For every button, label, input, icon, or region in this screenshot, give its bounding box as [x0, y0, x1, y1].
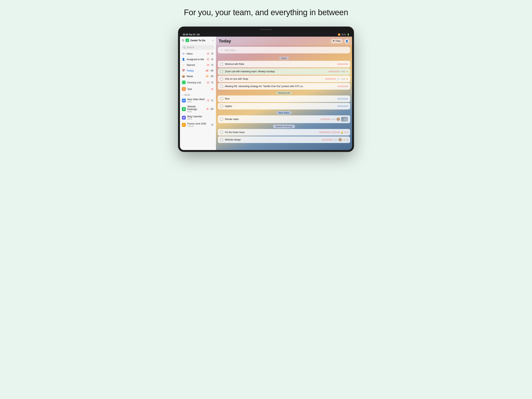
- section-label: BASE: [184, 94, 190, 96]
- newvideo-name: New Video Work: [187, 98, 205, 101]
- task-checkbox[interactable]: [220, 77, 223, 81]
- add-icon: ＋: [220, 48, 223, 52]
- task-checkbox[interactable]: [220, 97, 223, 101]
- assigned-icon: 👤: [182, 58, 185, 61]
- task-row[interactable]: Apples 06/03/2020: [218, 103, 350, 109]
- france-name: France June 2020: [187, 122, 209, 125]
- newvideo-section-header: New Video: [218, 111, 350, 115]
- status-time: 10:16 Tue 27. Jul: [183, 33, 200, 36]
- tags-tag: 🏷 3: [332, 118, 335, 120]
- starred-icon: ☆: [182, 64, 185, 66]
- main-title: Today: [219, 39, 231, 44]
- inbox-section-header: Inbox: [218, 57, 350, 60]
- assigned-badge-gray: 6: [210, 58, 214, 61]
- filter-icon: ⚑: [333, 40, 335, 42]
- sidebar-item-assigned[interactable]: 👤 Assigned to Me 2 6: [180, 57, 216, 62]
- task-label: Rice: [225, 97, 336, 100]
- task-row[interactable]: Meeting RE: rebranding strategy for "Van…: [218, 83, 350, 90]
- sidebar-item-blog[interactable]: Bl Blog Calendar Work: [180, 114, 216, 121]
- app-title: Zenkit To Do: [190, 39, 205, 42]
- task-row[interactable]: Website design 10/13/2020 🏷 1 ★ ⊞: [218, 136, 350, 143]
- task-date: 04/03/2020: [329, 70, 339, 73]
- device-screen: 10:16 Tue 27. Jul 📶 16 % 🔋 ☰ Z: [180, 32, 352, 150]
- sidebar-item-newvideo[interactable]: Ne New Video Work Work 1 1: [180, 97, 216, 104]
- task-label: Workout with Rafa: [225, 63, 336, 65]
- sidebar-item-grocery[interactable]: Gr Grocery List 2 5: [180, 79, 216, 86]
- task-label: Meeting RE: rebranding strategy for "Van…: [225, 85, 336, 88]
- user-button[interactable]: 👤: [344, 39, 349, 44]
- task-checkbox[interactable]: [220, 84, 223, 88]
- newvideo-badge1: 1: [206, 99, 210, 102]
- sidebar-item-test[interactable]: Te Test 2: [180, 86, 216, 92]
- task-checkbox[interactable]: [220, 130, 223, 134]
- task-checkbox[interactable]: [220, 104, 223, 108]
- week-icon: 📦: [182, 75, 185, 78]
- task-row[interactable]: Zoom call with marketing team: Weekly ro…: [218, 68, 350, 75]
- search-box[interactable]: 🔍 Search: [182, 45, 214, 50]
- filter-button[interactable]: ⚑ Filter: [331, 39, 342, 43]
- sidebar-item-website[interactable]: 🖥 Website Redesign Work 4 10: [180, 104, 216, 114]
- task-date: 04/06/2020: [325, 78, 336, 80]
- blog-info: Blog Calendar Work: [187, 115, 214, 120]
- sidebar-header-left: ☰ Z Zenkit To Do: [182, 39, 205, 42]
- task-row[interactable]: One on one with Tanja 04/06/2020 🕐 ≡ 1/3…: [218, 76, 350, 82]
- test-avatar: Te: [182, 87, 186, 91]
- task-meta: 04/15/2020: [337, 85, 348, 87]
- starred-badges: 4 4: [206, 64, 214, 66]
- sidebar-item-starred[interactable]: ☆ Starred 4 4: [180, 62, 216, 68]
- task-checkbox[interactable]: [220, 62, 223, 66]
- france-avatar: Fr: [182, 123, 186, 127]
- france-badges: 1: [210, 123, 214, 126]
- newvideo-sub: Work: [187, 101, 205, 103]
- task-meta: 06/03/2020: [337, 105, 348, 107]
- pin-icon[interactable]: ⤢: [212, 39, 214, 42]
- task-row[interactable]: Fix the footer issue 06/03/2020 12:00 AM…: [218, 129, 350, 135]
- status-right: 📶 16 % 🔋: [338, 33, 349, 36]
- today-icon: 📅: [182, 69, 185, 72]
- task-checkbox[interactable]: [220, 138, 223, 142]
- newvideo-avatar: Ne: [182, 99, 186, 103]
- copy-icon: ⊞: [346, 139, 348, 141]
- website-pill: Website Redesign: [273, 125, 295, 128]
- newvideo-info: New Video Work Work: [187, 98, 205, 103]
- inbox-label: Inbox: [187, 52, 205, 55]
- inbox-icon: ✉: [182, 52, 185, 55]
- battery-icon: 🔋: [347, 33, 349, 36]
- star-icon: ★: [343, 138, 345, 141]
- grocery-pill: Grocery List: [276, 91, 292, 95]
- subtask-tag: ≡ 1/3: [340, 78, 345, 80]
- test-badges: 2: [210, 88, 214, 90]
- task-row[interactable]: Rice 06/03/2020: [218, 96, 350, 102]
- star-icon: ★: [346, 70, 348, 73]
- task-date: 06/03/2020: [337, 105, 348, 107]
- task-meta: 04/06/2020 🕐 ≡ 1/3 ★: [325, 77, 348, 80]
- task-label: Website design: [225, 138, 320, 141]
- task-checkbox[interactable]: [220, 117, 223, 121]
- task-meta: 12/09/2020 🏷 3 ▦: [320, 117, 348, 122]
- user-icon: 👤: [345, 40, 348, 42]
- grocery-section-header: Grocery List: [218, 91, 350, 95]
- blog-avatar: Bl: [182, 116, 186, 120]
- test-badge-red: 2: [210, 88, 214, 90]
- sidebar-item-france[interactable]: Fr France June 2020 Travels 1: [180, 121, 216, 129]
- search-input[interactable]: Search: [187, 46, 194, 49]
- task-date: 06/03/2020 12:00 AM: [319, 131, 340, 134]
- sidebar-item-inbox[interactable]: ✉ Inbox 4 9: [180, 51, 216, 57]
- star-icon: ★: [346, 77, 348, 80]
- task-row[interactable]: Render video 12/09/2020 🏷 3 ▦: [218, 115, 350, 123]
- website-info: Website Redesign Work: [187, 105, 204, 113]
- france-badge1: 1: [210, 123, 214, 126]
- main-header: Today ⚑ Filter 👤: [216, 37, 352, 45]
- week-badges: 18 18: [205, 75, 214, 77]
- sidebar-item-week[interactable]: 📦 Week 18 18: [180, 73, 216, 79]
- header-actions: ⚑ Filter 👤: [331, 39, 349, 44]
- task-row[interactable]: Workout with Rafa 06/03/2020: [218, 61, 350, 67]
- page-headline: For you, your team, and everything in be…: [184, 8, 348, 17]
- status-bar: 10:16 Tue 27. Jul 📶 16 % 🔋: [180, 32, 352, 37]
- task-checkbox[interactable]: [220, 70, 223, 73]
- task-label: Render video: [225, 118, 318, 121]
- hamburger-icon[interactable]: ☰: [182, 39, 184, 42]
- sidebar-item-today[interactable]: 📅 Today 18 18: [180, 68, 216, 73]
- add-task-bar[interactable]: ＋ Add Task...: [218, 47, 350, 53]
- week-label: Week: [187, 75, 203, 78]
